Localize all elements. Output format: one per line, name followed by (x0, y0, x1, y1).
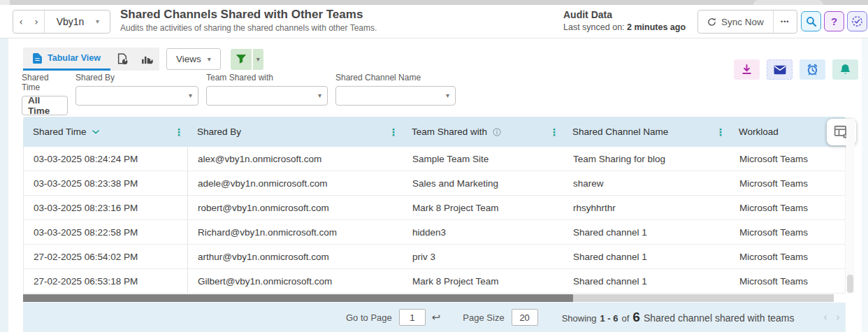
search-button[interactable] (801, 11, 821, 31)
cell-shared-time: 03-03-2025 08:23:38 PM (24, 171, 188, 195)
bar-chart-icon (141, 53, 153, 65)
sort-desc-icon[interactable] (92, 130, 99, 134)
cell-shared-time: 03-03-2025 08:22:58 PM (24, 220, 188, 244)
cell-shared-by: adele@vby1n.onmicrosoft.com (188, 171, 403, 195)
cell-workload: Microsoft Teams (730, 147, 845, 171)
org-selector[interactable]: ‹ › Vby1n ▾ (13, 10, 110, 34)
page-size-label: Page Size (463, 312, 504, 323)
filter-shared-channel-name-select[interactable]: ▾ (335, 86, 456, 106)
refresh-icon (707, 17, 716, 27)
page-size-input[interactable] (512, 309, 538, 326)
document-icon (33, 53, 42, 64)
prev-page-icon[interactable]: ‹ (823, 312, 827, 323)
sync-now-button[interactable]: Sync Now (698, 10, 773, 33)
next-page-icon[interactable]: › (836, 312, 840, 323)
left-edge-strip (0, 38, 8, 332)
horizontal-scrollbar[interactable] (23, 294, 834, 302)
download-icon (742, 64, 752, 75)
filter-split-button: ▾ (231, 49, 263, 70)
filter-shared-time: Shared Time All Time (22, 73, 68, 115)
column-label: Shared Time (33, 127, 87, 137)
cell-workload: Microsoft Teams (730, 269, 845, 293)
tab-tabular-view-label: Tabular View (48, 53, 101, 63)
table-row[interactable]: 03-03-2025 08:24:24 PM alex@vby1n.onmicr… (24, 147, 845, 171)
forward-arrow-icon[interactable]: › (29, 17, 44, 27)
table-row[interactable]: 03-03-2025 08:22:58 PM Richard@vby1n.onm… (24, 220, 845, 245)
column-menu-icon[interactable]: ⋮ (549, 127, 559, 137)
action-icons (734, 59, 858, 80)
filter-button[interactable] (231, 49, 252, 70)
filter-options-button[interactable]: ▾ (252, 49, 263, 70)
audit-history-button[interactable] (847, 11, 867, 31)
column-menu-icon[interactable]: ⋮ (716, 127, 725, 137)
pager-arrows: ‹ › (823, 312, 840, 323)
goto-page-label: Go to Page (346, 312, 392, 323)
cell-shared-channel-name: rhsyhhrthr (563, 196, 730, 219)
view-toolbar: Tabular View Views ▾ ▾ (23, 48, 263, 71)
column-menu-icon[interactable]: ⋮ (174, 127, 184, 137)
sync-button-group: Sync Now ••• (697, 10, 797, 34)
window-top-strip (0, 0, 868, 5)
filter-team-shared-with-select[interactable]: ▾ (206, 86, 328, 106)
cell-workload: Microsoft Teams (730, 245, 845, 268)
table-row[interactable]: 03-03-2025 08:23:38 PM adele@vby1n.onmic… (24, 171, 845, 196)
email-button[interactable] (767, 59, 793, 80)
filter-team-shared-with: Team Shared with ▾ (206, 73, 328, 106)
schedule-button[interactable] (800, 59, 825, 80)
column-label: Shared Channel Name (572, 127, 668, 137)
cell-shared-channel-name: Team Sharing for blog (563, 147, 730, 171)
filter-shared-by-select[interactable]: ▾ (75, 86, 198, 106)
back-arrow-icon[interactable]: ‹ (13, 17, 29, 27)
column-label: Shared By (197, 127, 241, 137)
views-dropdown-button[interactable]: Views ▾ (166, 48, 221, 70)
chevron-down-icon: ▾ (446, 92, 449, 99)
help-button[interactable]: ? (824, 11, 844, 31)
column-menu-icon[interactable]: ⋮ (389, 127, 398, 137)
right-edge-strip (862, 38, 868, 332)
audit-table: Shared Time ⋮ Shared By ⋮ Team Shared wi… (23, 117, 846, 294)
showing-prefix: Showing (562, 313, 597, 324)
tab-graphical-view[interactable] (135, 48, 159, 71)
column-header-team-shared-with[interactable]: Team Shared with ⋮ (402, 117, 563, 147)
tab-summary-view[interactable] (110, 48, 135, 71)
cell-team-shared-with: Sales and Marketing (403, 171, 563, 195)
column-header-shared-channel-name[interactable]: Shared Channel Name ⋮ (563, 117, 729, 147)
table-row[interactable]: 03-03-2025 08:23:16 PM robert@vby1n.onmi… (24, 196, 845, 220)
goto-page-input[interactable] (399, 309, 426, 326)
cell-shared-by: Richard@vby1n.onmicrosoft.com (188, 220, 403, 244)
report-document-icon (117, 53, 129, 65)
cell-shared-channel-name: Shared channel 1 (563, 220, 730, 244)
horizontal-scrollbar-thumb[interactable] (23, 294, 573, 302)
org-name[interactable]: Vby1n (45, 16, 96, 27)
chevron-down-icon: ▾ (189, 92, 192, 99)
more-options-button[interactable]: ••• (773, 10, 797, 33)
cell-shared-channel-name: sharew (563, 171, 730, 195)
go-return-icon[interactable]: ↩ (432, 312, 441, 323)
showing-suffix: Shared channel shared with teams (644, 312, 795, 324)
column-header-shared-by[interactable]: Shared By ⋮ (187, 117, 402, 147)
question-mark-icon: ? (831, 15, 837, 27)
filter-shared-channel-name-label: Shared Channel Name (335, 73, 456, 82)
cell-workload: Microsoft Teams (730, 171, 845, 195)
alerts-button[interactable] (832, 59, 858, 80)
table-row[interactable]: 27-02-2025 06:54:02 PM arthur@vby1n.onmi… (24, 245, 845, 269)
download-button[interactable] (734, 59, 760, 80)
vertical-scrollbar-thumb[interactable] (847, 275, 853, 293)
cell-shared-by: Gilbert@vby1n.onmicrosoft.com (188, 269, 403, 293)
cell-team-shared-with: Sample Team Site (403, 147, 563, 171)
table-row[interactable]: 27-02-2025 06:53:18 PM Gilbert@vby1n.onm… (24, 269, 845, 294)
chevron-down-icon: ▾ (318, 92, 321, 99)
pagination-bar: Go to Page ↩ Page Size Showing 1 - 6 of … (23, 303, 846, 332)
view-tabstrip: Tabular View (23, 48, 159, 71)
ellipsis-icon: ••• (781, 18, 789, 25)
column-header-shared-time[interactable]: Shared Time ⋮ (23, 117, 187, 147)
filter-shared-time-control[interactable]: All Time (22, 96, 68, 115)
utility-icons: ? (801, 11, 867, 31)
vertical-scrollbar[interactable] (846, 119, 855, 294)
cell-team-shared-with: priv 3 (403, 245, 563, 268)
tab-tabular-view[interactable]: Tabular View (23, 48, 110, 71)
info-icon[interactable] (493, 128, 501, 136)
cell-team-shared-with: Mark 8 Project Team (403, 269, 563, 293)
cell-shared-by: arthur@vby1n.onmicrosoft.com (188, 245, 403, 268)
chevron-down-icon[interactable]: ▾ (96, 18, 110, 25)
